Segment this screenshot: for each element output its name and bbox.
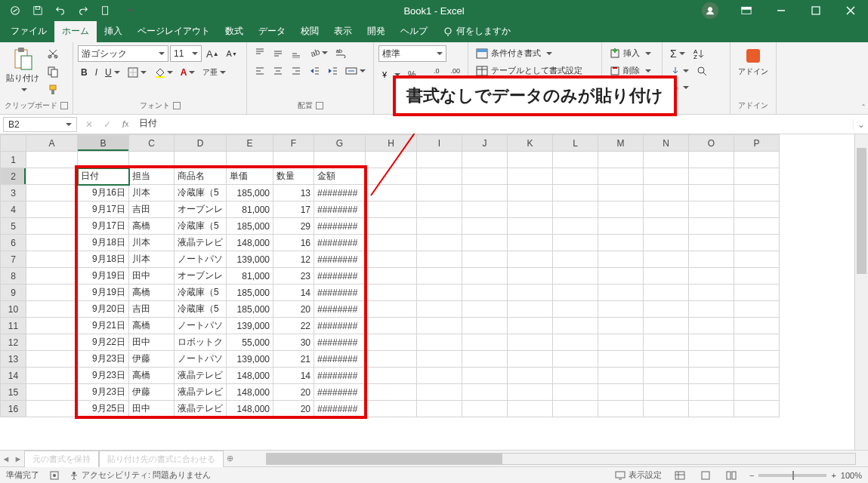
font-launcher[interactable] (173, 102, 181, 109)
cell-M16[interactable] (598, 401, 644, 417)
cell-H10[interactable] (366, 301, 417, 318)
cell-J7[interactable] (462, 251, 508, 268)
fill-color-button[interactable] (151, 65, 176, 80)
cell-B11[interactable]: 9月21日 (78, 318, 129, 334)
cell-J9[interactable] (462, 285, 508, 301)
cell-B12[interactable]: 9月22日 (78, 334, 129, 351)
cell-N1[interactable] (644, 152, 689, 168)
autosave-icon[interactable] (5, 2, 26, 20)
cell-O10[interactable] (689, 301, 734, 318)
cell-A4[interactable] (26, 202, 78, 218)
cell-P5[interactable] (734, 218, 780, 235)
cell-N16[interactable] (644, 401, 689, 417)
font-color-button[interactable]: A (178, 65, 199, 80)
cell-A8[interactable] (26, 268, 78, 285)
cell-G1[interactable] (314, 152, 366, 168)
cell-C5[interactable]: 高橋 (129, 218, 175, 235)
cell-B2[interactable]: 日付 (78, 168, 129, 185)
cell-J15[interactable] (462, 384, 508, 401)
cell-I8[interactable] (417, 268, 462, 285)
minimize-icon[interactable] (764, 0, 798, 21)
cell-C4[interactable]: 吉田 (129, 202, 175, 218)
cell-L9[interactable] (553, 285, 598, 301)
cell-G12[interactable]: ######## (314, 334, 366, 351)
cell-P8[interactable] (734, 268, 780, 285)
cell-L10[interactable] (553, 301, 598, 318)
cell-F1[interactable] (273, 152, 314, 168)
row-header-15[interactable]: 15 (1, 384, 26, 401)
cell-N5[interactable] (644, 218, 689, 235)
cell-N6[interactable] (644, 235, 689, 251)
cell-L14[interactable] (553, 368, 598, 384)
cell-P9[interactable] (734, 285, 780, 301)
cell-E12[interactable]: 55,000 (227, 334, 273, 351)
cell-E14[interactable]: 148,000 (227, 368, 273, 384)
cell-M5[interactable] (598, 218, 644, 235)
cell-P1[interactable] (734, 152, 780, 168)
cell-D11[interactable]: ノートパソ (175, 318, 227, 334)
cell-F8[interactable]: 23 (273, 268, 314, 285)
cell-A3[interactable] (26, 185, 78, 202)
page-break-view-button[interactable] (724, 469, 739, 481)
row-header-10[interactable]: 10 (1, 301, 26, 318)
col-header-O[interactable]: O (689, 135, 734, 152)
cell-P11[interactable] (734, 318, 780, 334)
align-right-button[interactable] (288, 63, 304, 78)
redo-icon[interactable] (73, 2, 94, 20)
cell-A15[interactable] (26, 384, 78, 401)
select-all-corner[interactable] (1, 135, 26, 152)
cell-C1[interactable] (129, 152, 175, 168)
cell-I4[interactable] (417, 202, 462, 218)
cell-B16[interactable]: 9月25日 (78, 401, 129, 417)
cell-O14[interactable] (689, 368, 734, 384)
cell-L16[interactable] (553, 401, 598, 417)
cell-H15[interactable] (366, 384, 417, 401)
cell-K10[interactable] (508, 301, 553, 318)
row-header-1[interactable]: 1 (1, 152, 26, 168)
cell-D3[interactable]: 冷蔵庫（5 (175, 185, 227, 202)
tab-review[interactable]: 校閲 (293, 20, 326, 42)
col-header-P[interactable]: P (734, 135, 780, 152)
cell-L1[interactable] (553, 152, 598, 168)
cell-M3[interactable] (598, 185, 644, 202)
sheet-tab-2[interactable]: 貼り付け先の書式に合わせる (99, 451, 224, 467)
cell-O11[interactable] (689, 318, 734, 334)
col-header-N[interactable]: N (644, 135, 689, 152)
cell-D10[interactable]: 冷蔵庫（5 (175, 301, 227, 318)
cell-C13[interactable]: 伊藤 (129, 351, 175, 368)
cell-B7[interactable]: 9月18日 (78, 251, 129, 268)
tab-file[interactable]: ファイル (3, 20, 54, 42)
worksheet-grid[interactable]: ABCDEFGHIJKLMNOP12日付担当商品名単価数量金額39月16日川本冷… (0, 134, 868, 450)
cell-F12[interactable]: 30 (273, 334, 314, 351)
italic-button[interactable]: I (92, 65, 100, 80)
addin-button[interactable]: アドイン (735, 45, 771, 78)
cell-H2[interactable] (366, 168, 417, 185)
undo-icon[interactable] (50, 2, 71, 20)
cell-J14[interactable] (462, 368, 508, 384)
cell-O6[interactable] (689, 235, 734, 251)
row-header-2[interactable]: 2 (1, 168, 26, 185)
shrink-font-button[interactable]: A▼ (224, 47, 240, 60)
cell-L8[interactable] (553, 268, 598, 285)
cell-C15[interactable]: 伊藤 (129, 384, 175, 401)
cell-C3[interactable]: 川本 (129, 185, 175, 202)
cell-I10[interactable] (417, 301, 462, 318)
cell-O5[interactable] (689, 218, 734, 235)
name-box[interactable]: B2 (3, 117, 77, 132)
cell-D13[interactable]: ノートパソ (175, 351, 227, 368)
cell-B1[interactable] (78, 152, 129, 168)
cell-I12[interactable] (417, 334, 462, 351)
cell-N12[interactable] (644, 334, 689, 351)
border-button[interactable] (125, 65, 150, 80)
cell-O16[interactable] (689, 401, 734, 417)
cell-I6[interactable] (417, 235, 462, 251)
cell-E1[interactable] (227, 152, 273, 168)
autosum-button[interactable]: Σ (667, 45, 688, 62)
cell-P13[interactable] (734, 351, 780, 368)
sort-filter-button[interactable]: AZ (690, 45, 708, 62)
cell-P3[interactable] (734, 185, 780, 202)
cell-P16[interactable] (734, 401, 780, 417)
cell-G8[interactable]: ######## (314, 268, 366, 285)
cell-N14[interactable] (644, 368, 689, 384)
cell-E16[interactable]: 148,000 (227, 401, 273, 417)
